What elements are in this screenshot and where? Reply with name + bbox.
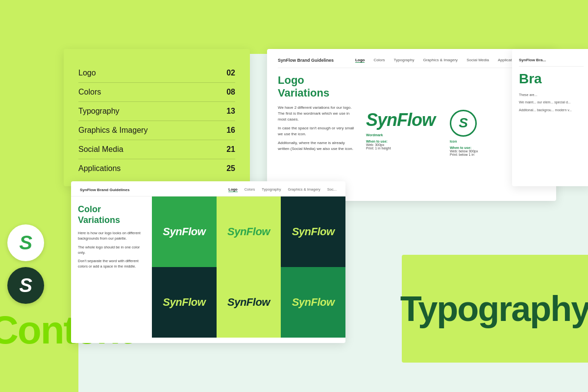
wordmark-text: SynFlow bbox=[366, 110, 435, 130]
toc-number-social: 21 bbox=[226, 145, 235, 154]
toc-label-colors: Colors bbox=[78, 88, 101, 97]
color-var-nav: Logo Colors Typography Graphics & Imager… bbox=[228, 187, 337, 192]
color-var-brand: SynFlow Brand Guidelines bbox=[80, 188, 129, 192]
toc-row-graphics: Graphics & Imagery 16 bbox=[78, 121, 235, 140]
s-icon-green: S bbox=[19, 232, 32, 254]
color-nav-typography[interactable]: Typography bbox=[262, 187, 281, 192]
color-var-title: Color Variations bbox=[78, 204, 145, 225]
color-var-text3: Don't separate the word with different c… bbox=[78, 258, 145, 270]
toc-row-social: Social Media 21 bbox=[78, 140, 235, 159]
nav-typography[interactable]: Typography bbox=[394, 58, 415, 63]
synflow-logo-lime-green: SynFlow bbox=[227, 225, 270, 238]
wordmark-block: SynFlow Wordmark When to use: Web: 300px… bbox=[366, 110, 435, 150]
toc-label-graphics: Graphics & Imagery bbox=[78, 126, 147, 135]
toc-label-typography: Typography bbox=[78, 107, 120, 116]
icon-block: S Icon When to use: Web: below 300px Pri… bbox=[450, 110, 478, 156]
color-cell-dark-lime: SynFlow bbox=[281, 196, 345, 267]
logo-var-text1: We have 2 different variations for our l… bbox=[278, 105, 356, 122]
toc-number-typography: 13 bbox=[226, 107, 235, 116]
toc-number-applications: 25 bbox=[226, 164, 235, 173]
color-cell-dark2-lime: SynFlow bbox=[152, 267, 217, 338]
synflow-logo-lime2: SynFlow bbox=[227, 296, 270, 309]
logo-var-divider bbox=[278, 68, 545, 68]
wordmark-when: When to use: Web: 300px Print: 1 in heig… bbox=[366, 140, 435, 150]
color-cell-lime-green: SynFlow bbox=[217, 196, 281, 267]
color-var-text2: The whole logo should be in one color on… bbox=[78, 245, 145, 256]
brand-title: Bra bbox=[519, 72, 584, 87]
toc-number-colors: 08 bbox=[226, 88, 235, 97]
brand-text2: We maint... our elem... special d... bbox=[519, 100, 584, 105]
brand-card-divider bbox=[519, 66, 584, 67]
color-var-header-bar: SynFlow Brand Guidelines Logo Colors Typ… bbox=[71, 181, 345, 196]
icon-logo-white: S bbox=[7, 224, 44, 261]
icon-when: When to use: Web: below 300px Print: bel… bbox=[450, 146, 478, 156]
synflow-logo-green-white: SynFlow bbox=[163, 225, 205, 238]
synflow-logo-teal: SynFlow bbox=[292, 296, 335, 309]
color-nav-logo[interactable]: Logo bbox=[228, 187, 237, 192]
toc-label-logo: Logo bbox=[78, 69, 96, 77]
brand-card-brand: SynFlow Bra... bbox=[519, 58, 584, 62]
color-nav-colors[interactable]: Colors bbox=[245, 187, 255, 192]
s-icon-white: S bbox=[19, 274, 32, 296]
brand-card: SynFlow Bra... Bra These are... We maint… bbox=[512, 49, 588, 186]
logo-var-text-col: We have 2 different variations for our l… bbox=[278, 105, 356, 156]
logo-var-title: Logo Variations bbox=[278, 74, 545, 100]
nav-logo[interactable]: Logo bbox=[355, 58, 365, 63]
color-var-left: Color Variations Here is how our logo lo… bbox=[71, 196, 152, 338]
logo-var-text3: Additonally, where the name is already w… bbox=[278, 140, 356, 152]
toc-row-logo: Logo 02 bbox=[78, 64, 235, 83]
logo-var-brand: SynFlow Brand Guidelines bbox=[278, 58, 334, 63]
brand-text3: Additonal... backgrou... modern v... bbox=[519, 108, 584, 113]
toc-label-applications: Applications bbox=[78, 164, 121, 173]
color-nav-graphics[interactable]: Graphics & Imagery bbox=[288, 187, 320, 192]
nav-social[interactable]: Social Media bbox=[466, 58, 489, 63]
brand-text1: These are... bbox=[519, 93, 584, 98]
color-var-grid: SynFlow SynFlow SynFlow SynFlow SynFlow … bbox=[152, 196, 345, 338]
nav-graphics[interactable]: Graphics & Imagery bbox=[423, 58, 458, 63]
logo-var-body: We have 2 different variations for our l… bbox=[278, 105, 545, 156]
icon-circle: S bbox=[450, 110, 477, 137]
toc-card: Logo 02 Colors 08 Typography 13 Graphics… bbox=[64, 49, 250, 186]
logo-var-nav: Logo Colors Typography Graphics & Imager… bbox=[355, 58, 519, 63]
color-nav-social[interactable]: Soc... bbox=[327, 187, 337, 192]
wordmark-label: Wordmark bbox=[366, 133, 435, 137]
color-var-content: Color Variations Here is how our logo lo… bbox=[71, 196, 345, 338]
cards-area: Logo 02 Colors 08 Typography 13 Graphics… bbox=[0, 0, 588, 392]
color-cell-lime2: SynFlow bbox=[217, 267, 281, 338]
icon-logo-dark: S bbox=[7, 267, 44, 304]
logo-var-text2: In case the space isn't enough or very s… bbox=[278, 125, 356, 137]
nav-colors[interactable]: Colors bbox=[373, 58, 385, 63]
toc-row-colors: Colors 08 bbox=[78, 83, 235, 102]
synflow-logo-dark-lime: SynFlow bbox=[292, 225, 335, 238]
icon-logos: S S bbox=[7, 224, 44, 304]
toc-number-logo: 02 bbox=[226, 69, 235, 77]
color-cell-green-white: SynFlow bbox=[152, 196, 217, 267]
color-var-text1: Here is how our logo looks on different … bbox=[78, 230, 145, 242]
logo-var-header: SynFlow Brand Guidelines Logo Colors Typ… bbox=[278, 58, 545, 63]
color-variations-card: SynFlow Brand Guidelines Logo Colors Typ… bbox=[71, 181, 345, 343]
synflow-logo-dark2: SynFlow bbox=[163, 296, 205, 309]
toc-row-applications: Applications 25 bbox=[78, 159, 235, 178]
toc-label-social: Social Media bbox=[78, 145, 123, 154]
icon-s: S bbox=[459, 115, 468, 131]
toc-row-typography: Typography 13 bbox=[78, 102, 235, 121]
color-cell-teal: SynFlow bbox=[281, 267, 345, 338]
icon-label: Icon bbox=[450, 140, 478, 143]
toc-number-graphics: 16 bbox=[226, 126, 235, 135]
